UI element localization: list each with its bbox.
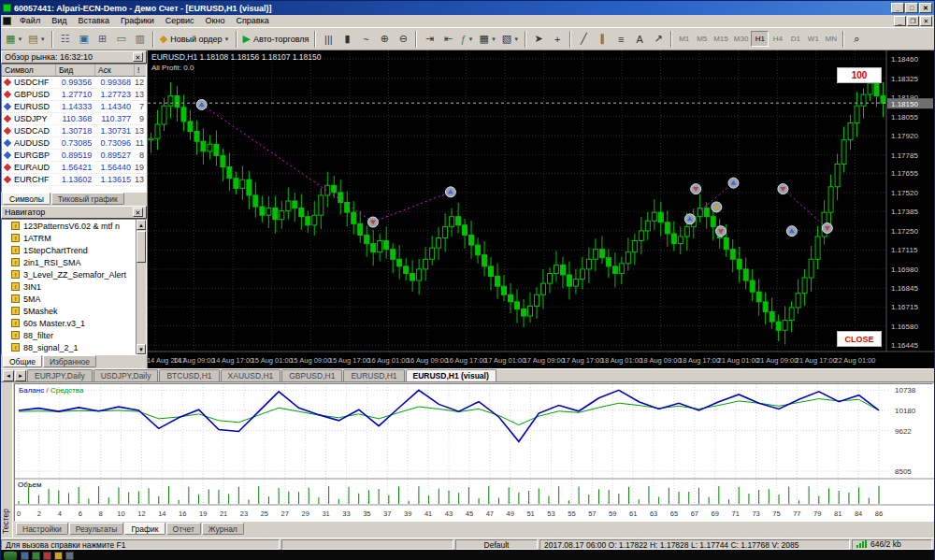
market-watch-row[interactable]: EURUSD1.143331.143407 — [2, 101, 146, 113]
maximize-button[interactable]: □ — [905, 3, 918, 13]
mdi-minimize-button[interactable]: _ — [894, 16, 906, 26]
menu-item-вставка[interactable]: Вставка — [72, 16, 114, 25]
taskbar-icon-3[interactable] — [43, 552, 51, 560]
status-profile[interactable]: Default — [455, 539, 538, 550]
navigator-toggle[interactable]: ⊞ — [94, 30, 112, 48]
navigator-item[interactable]: f1StepChartTrend — [2, 244, 146, 256]
templates-button[interactable]: ▧▼ — [499, 30, 522, 48]
taskbar-icon-5[interactable] — [65, 552, 74, 560]
line-chart-button[interactable]: ~ — [356, 30, 375, 48]
start-button[interactable] — [4, 552, 17, 560]
navigator-item[interactable]: f2in1_RSI_SMA — [2, 256, 146, 268]
crosshair-button[interactable]: + — [548, 30, 567, 48]
channel-button[interactable]: ∥ — [593, 30, 611, 48]
zoom-in-button[interactable]: ⊕ — [375, 30, 394, 48]
menu-item-справка[interactable]: Справка — [230, 16, 274, 25]
tester-tab-настройки[interactable]: Настройки — [16, 523, 68, 535]
navigator-item[interactable]: f88_filter — [2, 329, 146, 341]
tab-scroll-left-icon[interactable]: ◄ — [3, 370, 14, 381]
chart-tab[interactable]: EURUSD,H1 — [343, 369, 404, 381]
search-button[interactable]: ⌕ — [847, 30, 866, 48]
column-bid[interactable]: Бид — [56, 65, 95, 76]
new-chart-button[interactable]: ▦▼ — [3, 30, 25, 48]
strategy-tester-toggle[interactable]: ▥ — [131, 30, 150, 48]
market-watch-row[interactable]: EURCHF1.136021.1361513 — [2, 174, 146, 186]
tester-side-strip[interactable]: Тестер — [1, 382, 13, 538]
close-trade-button[interactable]: CLOSE — [837, 331, 882, 347]
mdi-close-button[interactable]: ✕ — [920, 16, 932, 26]
column-symbol[interactable]: Символ — [2, 65, 56, 76]
navigator-item[interactable]: f5Mashek — [2, 305, 146, 317]
zoom-out-button[interactable]: ⊖ — [394, 30, 412, 48]
chart-tab[interactable]: GBPUSD,H1 — [281, 369, 342, 381]
tester-tab-отчет[interactable]: Отчет — [166, 523, 201, 535]
navigator-item[interactable]: f3IN1 — [2, 280, 146, 293]
trendline-button[interactable]: ╱ — [574, 30, 593, 48]
navigator-item[interactable]: f3_Level_ZZ_Semafor_Alert — [2, 268, 146, 280]
tester-tab-журнал[interactable]: Журнал — [202, 523, 244, 535]
scroll-up-icon[interactable]: ▲ — [137, 220, 146, 230]
tab-избранное[interactable]: Избранное — [43, 355, 96, 367]
periods-button[interactable]: ▦▼ — [476, 30, 498, 48]
arrows-button[interactable]: ↗ — [649, 30, 668, 48]
timeframe-button-h1[interactable]: H1 — [751, 31, 769, 47]
taskbar-icon-4[interactable] — [54, 552, 63, 560]
tab-тиковый-график[interactable]: Тиковый график — [51, 193, 124, 205]
chart-area[interactable]: EURUSD,H1 1.18108 1.18156 1.18107 1.1815… — [148, 50, 934, 368]
mdi-restore-button[interactable]: ❐ — [907, 16, 919, 26]
auto-scroll-button[interactable]: ⇥ — [420, 30, 439, 48]
timeframe-button-m5[interactable]: M5 — [693, 31, 711, 47]
timeframe-button-m1[interactable]: M1 — [675, 31, 693, 47]
navigator-item[interactable]: f1ATRM — [2, 232, 146, 244]
profiles-button[interactable]: ▤▼ — [25, 30, 48, 48]
menu-item-графики[interactable]: Графики — [115, 16, 160, 25]
candles-chart-button[interactable]: ▮ — [338, 30, 356, 48]
indicators-button[interactable]: ƒ▼ — [457, 30, 476, 48]
new-order-button[interactable]: ◆Новый ордер▼ — [157, 30, 233, 48]
navigator-item[interactable]: f123PatternsV6.02 & mtf n — [2, 220, 146, 232]
navigator-item[interactable]: f5MA — [2, 293, 146, 305]
navigator-item[interactable]: f88_signal_2_1 — [2, 341, 146, 353]
tester-tab-график[interactable]: График — [124, 523, 165, 535]
column-ask[interactable]: Аск — [95, 65, 135, 76]
market-watch-close-icon[interactable]: ✕ — [133, 52, 143, 62]
chart-shift-button[interactable]: ⇤ — [439, 30, 457, 48]
timeframe-button-h4[interactable]: H4 — [769, 31, 786, 47]
close-button[interactable]: ✕ — [919, 3, 932, 13]
minimize-button[interactable]: _ — [891, 3, 904, 13]
scrollbar-thumb[interactable] — [137, 231, 146, 263]
market-watch-row[interactable]: USDCAD1.307181.3073113 — [2, 125, 146, 137]
market-watch-row[interactable]: EURGBP0.895190.895278 — [2, 150, 146, 162]
market-watch-row[interactable]: GBPUSD1.277101.2772313 — [2, 89, 146, 101]
chart-tab[interactable]: XAUUSD,H1 — [221, 369, 281, 381]
terminal-toggle[interactable]: ▭ — [112, 30, 131, 48]
market-watch-row[interactable]: USDJPY110.368110.3779 — [2, 113, 146, 125]
autotrading-button[interactable]: ▶Авто-торговля — [240, 30, 312, 48]
menu-item-сервис[interactable]: Сервис — [160, 16, 200, 25]
tester-graph-area[interactable]: Баланс / Средства Объем10738101809622850… — [14, 383, 933, 522]
timeframe-button-m15[interactable]: M15 — [711, 31, 731, 47]
menu-item-окно[interactable]: Окно — [200, 16, 231, 25]
navigator-close-icon[interactable]: ✕ — [133, 208, 143, 217]
navigator-item[interactable]: f[GoodTrading.ru]Authoriz — [2, 353, 146, 355]
text-button[interactable]: A — [630, 30, 649, 48]
bars-chart-button[interactable]: ||| — [319, 30, 338, 48]
chart-window-icon[interactable] — [3, 17, 11, 25]
cursor-button[interactable]: ➤ — [529, 30, 548, 48]
timeframe-button-w1[interactable]: W1 — [804, 31, 822, 47]
tester-chart-canvas[interactable]: Объем10738101809622850502468101214161921… — [15, 384, 934, 521]
column-spread[interactable]: ! — [135, 65, 146, 76]
chart-tab[interactable]: EURUSD,H1 (visual) — [406, 369, 496, 381]
market-watch-row[interactable]: USDCHF0.993560.9936812 — [2, 77, 146, 89]
taskbar-icon-1[interactable] — [21, 552, 29, 560]
market-watch-toggle[interactable]: ☷ — [56, 30, 75, 48]
timeframe-button-d1[interactable]: D1 — [786, 31, 804, 47]
chart-tab[interactable]: BTCUSD,H1 — [159, 369, 219, 381]
chart-tab[interactable]: EURJPY,Daily — [27, 369, 93, 381]
fibonacci-button[interactable]: ≡ — [611, 30, 630, 48]
tab-символы[interactable]: Символы — [3, 193, 50, 205]
tester-tab-результаты[interactable]: Результаты — [69, 523, 124, 535]
navigator-item[interactable]: f60s Master.v3_1 — [2, 317, 146, 329]
market-watch-row[interactable]: AUDUSD0.730850.7309611 — [2, 137, 146, 150]
data-window-toggle[interactable]: ▣ — [75, 30, 94, 48]
